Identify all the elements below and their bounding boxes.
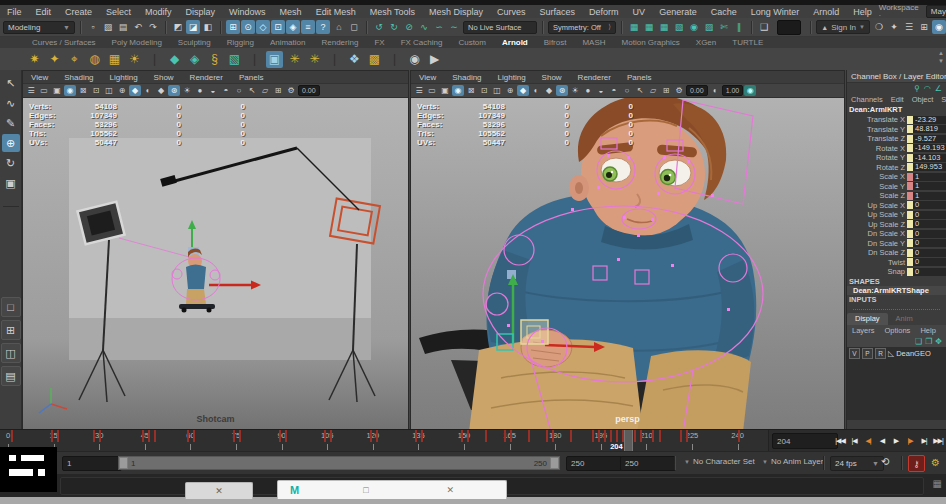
menu-item[interactable]: Edit — [29, 7, 59, 17]
channel-value-field[interactable]: 0 — [913, 239, 946, 247]
redo-icon[interactable]: ↷ — [146, 20, 160, 34]
film-gate-icon[interactable]: ▣ — [439, 85, 451, 96]
joints-xray-icon[interactable]: ▱ — [647, 85, 659, 96]
channel-value-field[interactable]: 0 — [913, 211, 946, 219]
channel-value-field[interactable]: 0 — [913, 220, 946, 228]
select-component-icon[interactable]: ◧ — [201, 20, 215, 34]
isolate-select-icon[interactable]: ○ — [621, 85, 633, 96]
shaded-icon[interactable]: ◆ — [129, 85, 141, 96]
menu-item[interactable]: Windows — [222, 7, 273, 17]
new-scene-icon[interactable]: ▫ — [86, 20, 100, 34]
sep[interactable]: | — [326, 51, 343, 68]
sep[interactable]: | — [386, 51, 403, 68]
animation-start-field[interactable]: 1 — [62, 456, 122, 471]
channel-box-menu-item[interactable]: Object — [908, 95, 938, 104]
menu-item[interactable]: Modify — [138, 7, 179, 17]
exposure-field[interactable]: 0.00 — [686, 85, 708, 96]
animation-preferences-icon[interactable]: ⚙ — [928, 455, 943, 470]
panel-menu-item[interactable]: Show — [534, 73, 570, 82]
channel-value-field[interactable]: 48.819 — [913, 125, 946, 133]
shelf-tab[interactable]: Rendering — [313, 38, 366, 48]
select-tool-icon[interactable]: ↖ — [2, 74, 20, 92]
multisample-icon[interactable]: ◒ — [595, 85, 607, 96]
ambient-occlusion-icon[interactable]: ☀ — [181, 85, 193, 96]
ipr-render-icon[interactable]: ▦ — [657, 20, 671, 34]
shelf-tab[interactable]: Rigging — [219, 38, 262, 48]
render-current-frame-icon[interactable]: ▦ — [642, 20, 656, 34]
sep[interactable]: | — [246, 51, 263, 68]
aov-browser-icon[interactable]: ❖ — [346, 51, 363, 68]
arnold-renderview-icon[interactable]: ◉ — [406, 51, 423, 68]
panel-menu-item[interactable]: Show — [146, 73, 182, 82]
shadows-icon[interactable]: ⊛ — [556, 85, 568, 96]
shelf-scroll-down-icon[interactable]: ▼ — [938, 58, 944, 64]
menu-item[interactable]: Mesh Display — [422, 7, 490, 17]
workspace-selector[interactable]: Maya Classic ▼ — [926, 5, 946, 18]
motion-blur-icon[interactable]: ● — [582, 85, 594, 96]
menu-item[interactable]: Select — [99, 7, 138, 17]
auto-keyframe-toggle[interactable]: ⚷ — [908, 455, 925, 472]
channel-value-field[interactable]: -149.193 — [913, 144, 946, 152]
exposure-field[interactable]: 0.00 — [298, 85, 320, 96]
layer-reference-toggle[interactable]: R — [875, 348, 886, 359]
attribute-editor-icon[interactable]: ☰ — [902, 20, 916, 34]
shelf-tab[interactable]: FX Caching — [393, 38, 451, 48]
playback-loop-icon[interactable]: ⟲ — [881, 456, 889, 467]
manipulator-icon[interactable]: ◠ — [924, 84, 931, 93]
shelf-tab[interactable]: MASH — [574, 38, 613, 48]
render-settings-icon[interactable]: ◉ — [687, 20, 701, 34]
anim-layer-selector[interactable]: ▼ No Anim Layer — [762, 457, 823, 466]
window-tab-1[interactable]: ✕ — [185, 482, 253, 499]
channel-box-menu-item[interactable]: Show — [937, 95, 946, 104]
construction-history-icon[interactable]: ↺ — [372, 20, 386, 34]
textured-icon[interactable]: ◐ — [530, 85, 542, 96]
sep[interactable]: | — [146, 51, 163, 68]
save-scene-icon[interactable]: ▤ — [116, 20, 130, 34]
resolution-gate-icon[interactable]: ◉ — [64, 85, 76, 96]
panel-menu-item[interactable]: View — [411, 73, 444, 82]
resolution-gate-icon[interactable]: ◉ — [452, 85, 464, 96]
lasso-select-tool-icon[interactable]: ∿ — [2, 94, 20, 112]
channel-value-field[interactable]: -14.103 — [913, 154, 946, 162]
menu-item[interactable]: Cache — [704, 7, 744, 17]
menu-item[interactable]: Generate — [652, 7, 704, 17]
depth-of-field-icon[interactable]: ◓ — [608, 85, 620, 96]
menu-item[interactable]: Create — [58, 7, 99, 17]
step-forward-key-button[interactable]: |▶ — [903, 432, 917, 449]
snap-help-icon[interactable]: ? — [316, 20, 330, 34]
shelf-scroll-up-icon[interactable]: ▲ — [938, 50, 944, 56]
menu-item[interactable]: Long Winter — [744, 7, 807, 17]
use-all-lights-icon[interactable]: ◆ — [543, 85, 555, 96]
maximize-icon[interactable]: □ — [363, 485, 368, 495]
animation-end-field[interactable]: 250 — [620, 456, 676, 471]
pin-channel-icon[interactable]: ⚲ — [914, 84, 920, 93]
quick-select-field[interactable] — [777, 20, 801, 35]
viewport-canvas-shotcam[interactable]: Verts: 54108 0 0 Edges: 107349 0 0 Faces… — [23, 98, 408, 430]
character-set-selector[interactable]: ▼ No Character Set — [684, 457, 755, 466]
xray-icon[interactable]: ↖ — [246, 85, 258, 96]
live-surface-selector[interactable]: No Live Surface — [463, 21, 537, 34]
panel-menu-item[interactable]: Shading — [444, 73, 489, 82]
layer-menu-item[interactable]: Layers — [847, 326, 880, 335]
time-ruler[interactable]: 0153045607590105120135150165180195210225… — [0, 430, 769, 452]
panel-menu-item[interactable]: Renderer — [182, 73, 231, 82]
denoiser-icon[interactable]: ✳ — [286, 51, 303, 68]
single-pane-layout-icon[interactable]: □ — [1, 297, 21, 317]
arnold-skydome-light-icon[interactable]: ◍ — [86, 51, 103, 68]
cut-icon[interactable]: ✄ — [717, 20, 731, 34]
snap-grid-icon[interactable]: ⊞ — [226, 20, 240, 34]
channel-value-field[interactable]: 0 — [913, 268, 946, 276]
rebuild-icon[interactable]: ∼ — [447, 20, 461, 34]
sign-in-button[interactable]: ▲ Sign In ▼ — [816, 20, 870, 34]
select-object-icon[interactable]: ◪ — [186, 20, 200, 34]
arnold-area-light-icon[interactable]: ✷ — [26, 51, 43, 68]
shaded-icon[interactable]: ◆ — [517, 85, 529, 96]
move-tool-icon[interactable]: ⊕ — [2, 134, 20, 152]
object-details-icon[interactable]: ❑ — [757, 20, 771, 34]
exposure-icon[interactable]: ⊞ — [272, 85, 284, 96]
channel-value-field[interactable]: 1 — [913, 173, 946, 181]
rotate-tool-icon[interactable]: ↻ — [2, 154, 20, 172]
snap-projected-center-icon[interactable]: ⊡ — [271, 20, 285, 34]
arnold-volume-icon[interactable]: ▧ — [226, 51, 243, 68]
script-editor-icon[interactable]: ▦ — [933, 478, 942, 489]
